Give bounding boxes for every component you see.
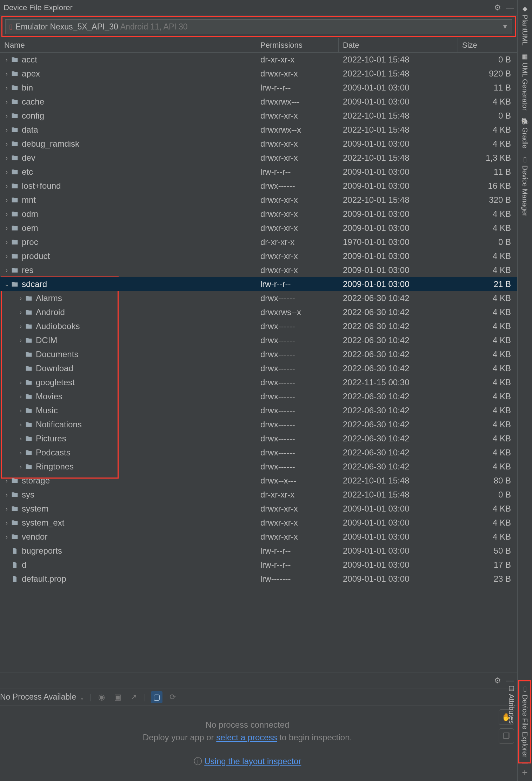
tree-row[interactable]: ›oemdrwxr-xr-x2009-01-01 03:004 KB <box>0 221 517 235</box>
chevron-right-icon[interactable]: › <box>4 253 10 259</box>
chevron-right-icon[interactable]: › <box>4 534 10 540</box>
tree-row[interactable]: ›lost+founddrwx------2009-01-01 03:0016 … <box>0 179 517 193</box>
chevron-right-icon[interactable]: › <box>4 267 10 273</box>
chevron-right-icon[interactable]: › <box>18 421 24 428</box>
tab-plantuml[interactable]: ◆PlantUML <box>519 2 530 48</box>
tree-row[interactable]: ›Documentsdrwx------2022-06-30 10:424 KB <box>0 347 517 361</box>
tree-row[interactable]: ›sysdr-xr-xr-x2022-10-01 15:480 B <box>0 488 517 502</box>
tab-device-manager[interactable]: ▯Device Manager <box>519 153 530 219</box>
chevron-right-icon[interactable]: › <box>4 85 10 91</box>
export-icon[interactable]: ↗ <box>128 691 139 703</box>
chevron-right-icon[interactable]: › <box>4 56 10 63</box>
chevron-right-icon[interactable]: › <box>4 492 10 498</box>
tree-row[interactable]: ⌄sdcardlrw-r--r--2009-01-01 03:0021 B <box>0 277 517 291</box>
chevron-right-icon[interactable]: › <box>18 323 24 329</box>
chevron-right-icon[interactable]: › <box>4 506 10 512</box>
refresh-icon[interactable]: ⟳ <box>167 691 178 703</box>
tree-row[interactable]: ›Alarmsdrwx------2022-06-30 10:424 KB <box>0 291 517 305</box>
tree-row[interactable]: ›cachedrwxrwx---2009-01-01 03:004 KB <box>0 95 517 109</box>
tree-row[interactable]: ›googletestdrwx------2022-11-15 00:304 K… <box>0 375 517 389</box>
chevron-right-icon[interactable]: › <box>4 127 10 133</box>
chevron-right-icon[interactable]: › <box>4 239 10 245</box>
tree-row[interactable]: ›binlrw-r--r--2009-01-01 03:0011 B <box>0 81 517 95</box>
tree-row[interactable]: ›datadrwxrwx--x2022-10-01 15:484 KB <box>0 123 517 137</box>
tree-row[interactable]: ›odmdrwxr-xr-x2009-01-01 03:004 KB <box>0 207 517 221</box>
tree-row[interactable]: ›Moviesdrwx------2022-06-30 10:424 KB <box>0 389 517 403</box>
tree-row[interactable]: ›vendordrwxr-xr-x2009-01-01 03:004 KB <box>0 530 517 544</box>
tree-row[interactable]: ›dlrw-r--r--2009-01-01 03:0017 B <box>0 558 517 572</box>
tree-row[interactable]: ›debug_ramdiskdrwxr-xr-x2009-01-01 03:00… <box>0 137 517 151</box>
device-frame-icon[interactable]: ▢ <box>151 691 162 703</box>
chevron-right-icon[interactable]: › <box>4 99 10 105</box>
folder-icon <box>11 196 19 203</box>
chevron-right-icon[interactable]: › <box>18 393 24 400</box>
row-perm: drwxr-xr-x <box>256 504 339 514</box>
tree-row[interactable]: ›resdrwxr-xr-x2009-01-01 03:004 KB <box>0 263 517 277</box>
chevron-right-icon[interactable]: › <box>4 211 10 217</box>
overlay-icon[interactable]: ▣ <box>112 691 124 703</box>
select-process-link[interactable]: select a process <box>216 733 277 742</box>
tree-row[interactable]: ›Musicdrwx------2022-06-30 10:424 KB <box>0 403 517 418</box>
chevron-right-icon[interactable]: › <box>4 183 10 189</box>
process-select[interactable]: No Process Available ⌄ <box>0 692 84 702</box>
tree-row[interactable]: ›bugreportslrw-r--r--2009-01-01 03:0050 … <box>0 544 517 558</box>
chevron-right-icon[interactable]: › <box>4 169 10 175</box>
tab-uml-generator[interactable]: ▦UML Generator <box>519 50 530 113</box>
chevron-right-icon[interactable]: › <box>18 295 24 301</box>
tab-device-file-explorer[interactable]: ▯Device File Explorer <box>519 682 530 760</box>
chevron-right-icon[interactable]: › <box>4 197 10 203</box>
folder-icon <box>11 477 19 484</box>
col-date[interactable]: Date <box>339 38 458 52</box>
col-name[interactable]: Name <box>0 38 256 52</box>
tree-row[interactable]: ›Picturesdrwx------2022-06-30 10:424 KB <box>0 432 517 446</box>
tree-row[interactable]: ›devdrwxr-xr-x2022-10-01 15:481,3 KB <box>0 151 517 165</box>
tree-row[interactable]: ›productdrwxr-xr-x2009-01-01 03:004 KB <box>0 249 517 263</box>
chevron-right-icon[interactable]: › <box>4 155 10 161</box>
eye-icon[interactable]: ◉ <box>96 691 107 703</box>
tree-row[interactable]: ›acctdr-xr-xr-x2022-10-01 15:480 B <box>0 53 517 67</box>
device-select[interactable]: ▯ Emulator Nexus_5X_API_30 Android 11, A… <box>5 19 512 34</box>
chevron-right-icon[interactable]: › <box>18 309 24 315</box>
chevron-right-icon[interactable]: › <box>18 379 24 386</box>
tree-row[interactable]: ›mntdrwxr-xr-x2022-10-01 15:48320 B <box>0 193 517 207</box>
tree-row[interactable]: ›configdrwxr-xr-x2022-10-01 15:480 B <box>0 109 517 123</box>
chevron-right-icon[interactable]: › <box>4 520 10 526</box>
chevron-right-icon[interactable]: › <box>4 71 10 77</box>
chevron-right-icon[interactable]: › <box>4 478 10 484</box>
chevron-right-icon[interactable]: › <box>18 337 24 343</box>
chevron-down-icon[interactable]: ⌄ <box>4 281 10 287</box>
tree-row[interactable]: ›Downloaddrwx------2022-06-30 10:424 KB <box>0 361 517 375</box>
tree-row[interactable]: ›etclrw-r--r--2009-01-01 03:0011 B <box>0 165 517 179</box>
tree-row[interactable]: ›storagedrwx--x---2022-10-01 15:4880 B <box>0 474 517 488</box>
chevron-right-icon[interactable]: › <box>4 141 10 147</box>
chevron-right-icon[interactable]: › <box>4 225 10 231</box>
chevron-right-icon[interactable]: › <box>18 435 24 442</box>
tree-row[interactable]: ›Notificationsdrwx------2022-06-30 10:42… <box>0 418 517 432</box>
tree-row[interactable]: ›system_extdrwxr-xr-x2009-01-01 03:004 K… <box>0 516 517 530</box>
chevron-right-icon[interactable]: › <box>18 463 24 470</box>
file-tree[interactable]: ›acctdr-xr-xr-x2022-10-01 15:480 B›apexd… <box>0 53 517 673</box>
minimize-icon[interactable]: — <box>506 3 514 12</box>
col-size[interactable]: Size <box>458 38 517 52</box>
tree-row[interactable]: ›Ringtonesdrwx------2022-06-30 10:424 KB <box>0 460 517 474</box>
add-tool-window-icon[interactable]: + <box>522 763 527 781</box>
tree-row[interactable]: ›apexdrwxr-xr-x2022-10-01 15:48920 B <box>0 67 517 81</box>
tree-row[interactable]: ›default.proplrw-------2009-01-01 03:002… <box>0 572 517 586</box>
gear-icon[interactable]: ⚙ <box>494 3 501 12</box>
tree-row[interactable]: ›Podcastsdrwx------2022-06-30 10:424 KB <box>0 446 517 460</box>
row-perm: drwx------ <box>256 335 339 345</box>
tree-row[interactable]: ›systemdrwxr-xr-x2009-01-01 03:004 KB <box>0 502 517 516</box>
help-link[interactable]: Using the layout inspector <box>204 756 301 766</box>
chevron-right-icon[interactable]: › <box>18 407 24 414</box>
tab-gradle[interactable]: 🐘Gradle <box>519 115 530 151</box>
tree-row[interactable]: ›procdr-xr-xr-x1970-01-01 03:000 B <box>0 235 517 249</box>
gear-icon[interactable]: ⚙ <box>494 676 501 685</box>
tree-row[interactable]: ›DCIMdrwx------2022-06-30 10:424 KB <box>0 333 517 347</box>
col-perm[interactable]: Permissions <box>256 38 339 52</box>
chevron-right-icon[interactable]: › <box>4 113 10 119</box>
chevron-right-icon[interactable]: › <box>18 449 24 456</box>
layers-icon[interactable]: ❐ <box>499 728 514 744</box>
tab-attributes[interactable]: ▤Attributes <box>506 681 517 726</box>
tree-row[interactable]: ›Androiddrwxrws--x2022-06-30 10:424 KB <box>0 305 517 319</box>
tree-row[interactable]: ›Audiobooksdrwx------2022-06-30 10:424 K… <box>0 319 517 333</box>
